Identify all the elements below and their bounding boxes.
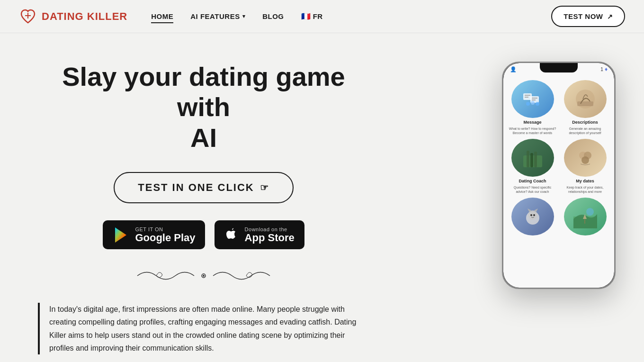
coach-image bbox=[511, 139, 554, 177]
hero-title: Slay your dating game with AI bbox=[38, 62, 369, 153]
grid-item-5 bbox=[508, 198, 557, 235]
status-user-icon: 👤 bbox=[510, 66, 517, 72]
svg-rect-9 bbox=[532, 98, 537, 99]
test-now-button[interactable]: TEST NOW ↗ bbox=[551, 6, 625, 27]
svg-point-30 bbox=[586, 208, 594, 216]
logo-link[interactable]: DATING KILLER bbox=[19, 8, 127, 26]
nav-ai-features[interactable]: AI FEATURES ▾ bbox=[190, 12, 245, 20]
nav-lang[interactable]: 🇫🇷 FR bbox=[301, 12, 323, 21]
svg-rect-19 bbox=[534, 152, 537, 167]
navbar: DATING KILLER HOME AI FEATURES ▾ BLOG 🇫🇷… bbox=[0, 0, 644, 33]
svg-rect-17 bbox=[527, 151, 529, 167]
phone-app-grid: Message What to write? How to respond? B… bbox=[503, 76, 614, 239]
phone-mockup: 👤 1 ♦ bbox=[502, 62, 616, 289]
nav-links: HOME AI FEATURES ▾ BLOG 🇫🇷 FR bbox=[151, 12, 322, 21]
svg-rect-15 bbox=[577, 101, 593, 106]
google-play-icon bbox=[112, 226, 129, 244]
grid-item-message: Message What to write? How to respond? B… bbox=[508, 80, 557, 135]
store-buttons: GET IT ON Google Play Download on the Ap… bbox=[38, 220, 369, 249]
svg-point-28 bbox=[533, 214, 535, 216]
body-text-container: In today's digital age, first impression… bbox=[38, 303, 369, 354]
svg-rect-18 bbox=[530, 153, 533, 167]
ornament-divider bbox=[38, 266, 369, 289]
svg-point-11 bbox=[526, 102, 530, 106]
external-link-icon: ↗ bbox=[607, 13, 613, 20]
apple-icon bbox=[224, 226, 239, 244]
flag-icon: 🇫🇷 bbox=[301, 12, 311, 20]
chevron-down-icon: ▾ bbox=[242, 13, 246, 19]
svg-rect-10 bbox=[532, 100, 536, 100]
left-section: Slay your dating game with AI TEST IN ON… bbox=[38, 62, 369, 354]
phone-status-bar: 👤 1 ♦ bbox=[503, 63, 614, 74]
logo-text: DATING KILLER bbox=[42, 10, 127, 23]
grid-image-6 bbox=[564, 198, 607, 235]
message-image bbox=[511, 80, 554, 118]
cursor-icon: ☞ bbox=[260, 182, 269, 193]
main-content: Slay your dating game with AI TEST IN ON… bbox=[0, 33, 644, 362]
phone-notch bbox=[540, 63, 578, 72]
nav-blog[interactable]: BLOG bbox=[262, 12, 284, 21]
my-dates-image bbox=[564, 139, 607, 177]
grid-item-my-dates: My dates Keep track of your dates, relat… bbox=[561, 139, 609, 194]
grid-item-descriptions: Descriptions Generate an amazing descrip… bbox=[561, 80, 609, 135]
app-store-button[interactable]: Download on the App Store bbox=[215, 220, 304, 249]
svg-point-13 bbox=[536, 102, 539, 106]
body-text: In today's digital age, first impression… bbox=[49, 303, 369, 354]
diamond-icon: ♦ bbox=[605, 66, 608, 72]
svg-point-27 bbox=[530, 214, 532, 216]
phone-frame: 👤 1 ♦ bbox=[502, 62, 616, 289]
grid-item-6 bbox=[561, 198, 609, 235]
svg-point-12 bbox=[531, 101, 535, 105]
phone-screen: 👤 1 ♦ bbox=[503, 63, 614, 288]
google-play-button[interactable]: GET IT ON Google Play bbox=[103, 220, 205, 249]
svg-point-22 bbox=[581, 156, 589, 164]
status-right: 1 ♦ bbox=[600, 66, 608, 72]
svg-marker-2 bbox=[115, 227, 126, 243]
nav-left: DATING KILLER HOME AI FEATURES ▾ BLOG 🇫🇷… bbox=[19, 8, 323, 26]
descriptions-image bbox=[564, 80, 607, 118]
nav-home[interactable]: HOME bbox=[151, 12, 173, 21]
grid-image-5 bbox=[511, 198, 554, 235]
svg-rect-6 bbox=[525, 95, 530, 96]
svg-rect-7 bbox=[525, 97, 528, 98]
test-in-one-click-button[interactable]: TEST IN ONE CLICK ☞ bbox=[114, 172, 294, 203]
logo-icon bbox=[19, 8, 37, 26]
svg-point-4 bbox=[203, 275, 205, 277]
grid-item-dating-coach: Dating Coach Questions? Need specific ad… bbox=[508, 139, 557, 194]
